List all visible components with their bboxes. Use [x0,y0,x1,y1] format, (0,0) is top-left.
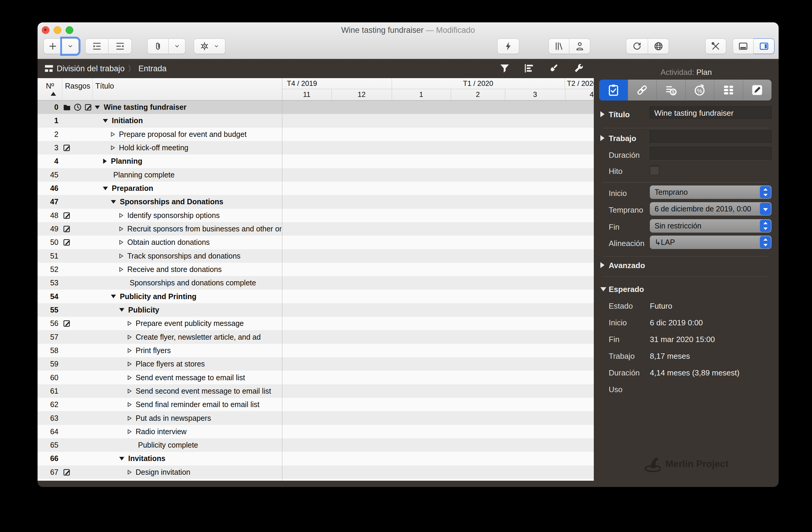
alineacion-popup[interactable]: ↳LAP [650,235,771,249]
task-title[interactable]: Sponsorships and donations complete [130,278,281,287]
breadcrumb[interactable]: División del trabajo〉Entrada [57,63,166,74]
task-title[interactable]: Radio interview [128,427,281,436]
leaf-triangle-icon[interactable] [128,416,132,421]
titulo-field[interactable]: Wine tasting fundraiser [650,106,771,120]
column-header-flags[interactable]: Rasgos [65,82,90,90]
leaf-triangle-icon[interactable] [128,334,132,340]
avanzado-section[interactable]: Avanzado [609,261,645,270]
inicio-popup[interactable]: Temprano [650,186,771,199]
disclosure-open-icon[interactable] [600,287,606,291]
column-header-num[interactable]: Nº [46,82,54,90]
timeline-quarters[interactable]: T4 / 2019T1 / 2020T2 / 2020 [282,78,594,89]
task-title[interactable]: Wine tasting fundraiser [95,103,281,112]
toolbar-attach-chevron-button[interactable] [169,39,185,54]
toolbar-network-globe-button[interactable] [648,39,669,54]
disclosure-icon[interactable] [600,111,605,117]
filter-funnel-icon[interactable] [499,63,512,74]
row-content: 45Planning complete [38,168,594,182]
leaf-triangle-icon[interactable] [119,267,124,272]
toolbar-actions-lightning-button[interactable] [497,39,519,54]
disclosure-icon[interactable] [600,135,605,141]
leaf-triangle-icon[interactable] [128,361,132,366]
hito-checkbox[interactable] [650,166,659,175]
task-title[interactable]: Put ads in newspapers [128,414,281,422]
toolbar-attach-button[interactable] [147,39,169,54]
fin-popup[interactable]: Sin restricción [650,219,771,233]
leaf-triangle-icon[interactable] [128,375,132,380]
leaf-triangle-icon[interactable] [119,213,124,218]
toolbar-add-chevron-button[interactable] [62,39,79,54]
toolbar-add-button[interactable] [44,39,62,54]
task-title[interactable]: Invitations [119,454,281,463]
inspector-tab-field-list[interactable] [714,80,743,100]
task-title[interactable]: Hold kick-off meeting [111,143,281,152]
collapsed-triangle-icon[interactable] [103,159,107,164]
expanded-triangle-icon[interactable] [103,119,108,123]
task-title[interactable]: Print flyers [128,346,281,355]
task-title[interactable]: Planning [103,157,281,166]
expanded-triangle-icon[interactable] [119,457,124,461]
task-title[interactable]: Identify sponsorship options [119,211,281,220]
task-title[interactable]: Publicity and Printing [111,292,281,301]
toolbar-indent-button[interactable] [85,39,108,54]
expanded-triangle-icon[interactable] [103,186,108,190]
outline-list-icon[interactable] [523,63,537,74]
leaf-triangle-icon[interactable] [119,240,124,245]
task-title[interactable]: Publicity complete [138,441,281,449]
toolbar-library-button[interactable] [549,39,569,54]
toolbar-panel-right-button[interactable] [754,39,774,54]
task-title[interactable]: Receive and store donations [119,265,281,274]
task-title[interactable]: Create flyer, newsletter article, and ad [128,333,281,342]
expanded-triangle-icon[interactable] [111,294,116,299]
leaf-triangle-icon[interactable] [111,132,115,137]
leaf-triangle-icon[interactable] [128,470,132,475]
inspector-tab-pencil[interactable] [743,80,772,100]
task-title[interactable]: Planning complete [113,171,281,179]
task-title[interactable]: Prepare proposal for event and budget [111,130,281,139]
expanded-triangle-icon[interactable] [111,200,116,204]
task-title[interactable]: Prepare event publicity message [128,319,281,328]
task-title[interactable]: Sponsorships and Donations [111,198,281,206]
expanded-triangle-icon[interactable] [95,105,100,110]
task-title[interactable]: Send second event message to email list [128,387,281,396]
toolbar-panel-bottom-button[interactable] [733,39,754,54]
leaf-triangle-icon[interactable] [111,145,115,150]
temprano-combo[interactable]: 6 de diciembre de 2019, 0:00 [650,202,771,216]
task-title[interactable]: Recruit sponsors from businesses and oth… [119,225,281,233]
task-title[interactable]: Send event message to email list [128,373,281,382]
toolbar-outdent-button[interactable] [108,39,132,54]
format-brush-icon[interactable] [548,63,561,74]
leaf-triangle-icon[interactable] [128,402,132,407]
task-title[interactable]: Design invitation [128,468,281,476]
toolbar-sync-button[interactable] [626,39,648,54]
toolbar-resources-person-button[interactable] [569,39,590,54]
task-title[interactable]: Preparation [103,184,281,193]
task-title[interactable]: Send final reminder email to email list [128,400,281,409]
leaf-triangle-icon[interactable] [119,226,124,231]
task-title[interactable]: Place flyers at stores [128,360,281,368]
leaf-triangle-icon[interactable] [119,254,124,259]
inspector-tab-cost-list[interactable]: $ [657,80,686,100]
inspector-tab-percent-clock[interactable]: % [686,80,714,100]
toolbar-settings-gear-button[interactable] [194,39,226,54]
esperado-section[interactable]: Esperado [609,285,644,294]
toolbar-tools-button[interactable] [705,39,726,54]
settings-wrench-icon[interactable] [573,63,586,74]
inspector-tab-clipboard-check[interactable] [599,80,628,100]
task-title[interactable]: Obtain auction donations [119,238,281,247]
task-title[interactable]: Publicity [119,306,281,314]
duracion-field[interactable] [650,147,771,160]
table-row[interactable] [38,479,594,481]
leaf-triangle-icon[interactable] [128,429,132,434]
task-title[interactable]: Initiation [103,116,281,125]
disclosure-icon[interactable] [600,262,605,268]
inspector-tab-link[interactable] [628,80,657,100]
column-header-title[interactable]: Título [96,82,114,90]
timeline-months[interactable]: 11121234 [282,89,594,100]
expanded-triangle-icon[interactable] [119,308,124,312]
task-title[interactable]: Track sponsorships and donations [119,252,281,260]
trabajo-field[interactable] [650,130,771,144]
leaf-triangle-icon[interactable] [128,348,132,353]
leaf-triangle-icon[interactable] [128,321,132,326]
leaf-triangle-icon[interactable] [128,389,132,394]
